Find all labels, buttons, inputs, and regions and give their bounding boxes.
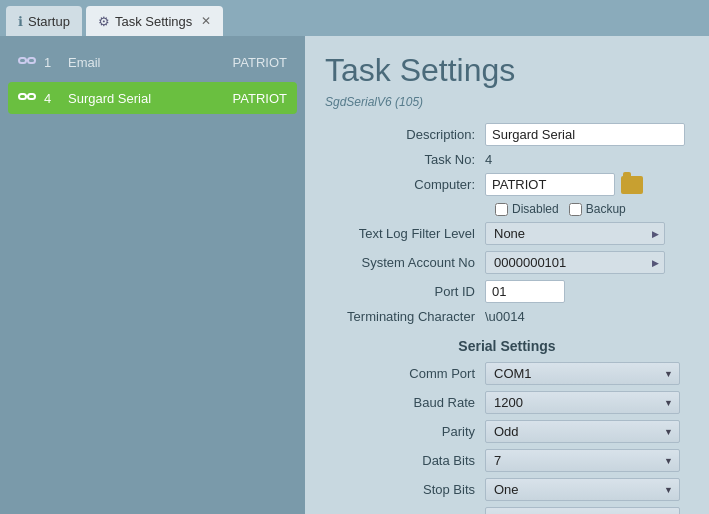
parity-row: Parity Odd: [325, 420, 689, 443]
databits-label: Data Bits: [325, 453, 485, 468]
computer-label: Computer:: [325, 177, 485, 192]
description-input[interactable]: [485, 123, 685, 146]
textlog-label: Text Log Filter Level: [325, 226, 485, 241]
databits-row: Data Bits 7: [325, 449, 689, 472]
link-icon-surgard: [18, 90, 36, 106]
backup-checkbox[interactable]: [569, 203, 582, 216]
parity-select-wrapper: Odd: [485, 420, 680, 443]
baudrate-row: Baud Rate 1200: [325, 391, 689, 414]
textlog-row: Text Log Filter Level None: [325, 222, 689, 245]
tab-startup-label: Startup: [28, 14, 70, 29]
task-num-1: 1: [44, 55, 60, 70]
description-row: Description:: [325, 123, 689, 146]
parity-label: Parity: [325, 424, 485, 439]
sysaccount-dropdown[interactable]: 0000000101: [485, 251, 665, 274]
disabled-checkbox-label[interactable]: Disabled: [495, 202, 559, 216]
stopbits-row: Stop Bits One: [325, 478, 689, 501]
main-content: 1 Email PATRIOT 4 Surgard Serial PATRIOT…: [0, 36, 709, 514]
disabled-checkbox[interactable]: [495, 203, 508, 216]
tab-startup[interactable]: ℹ Startup: [6, 6, 82, 36]
info-icon: ℹ: [18, 14, 23, 29]
tab-bar: ℹ Startup ⚙ Task Settings ✕: [0, 0, 709, 36]
serial-settings-title: Serial Settings: [325, 338, 689, 354]
commport-select-wrapper: COM1: [485, 362, 680, 385]
termchar-row: Terminating Character \u0014: [325, 309, 689, 324]
databits-dropdown[interactable]: 7: [485, 449, 680, 472]
baudrate-dropdown[interactable]: 1200: [485, 391, 680, 414]
sysaccount-dropdown-wrapper: 0000000101: [485, 251, 665, 274]
svg-rect-4: [28, 94, 35, 99]
textlog-dropdown[interactable]: None: [485, 222, 665, 245]
sidebar: 1 Email PATRIOT 4 Surgard Serial PATRIOT: [0, 36, 305, 514]
commport-label: Comm Port: [325, 366, 485, 381]
computer-row: Computer:: [325, 173, 689, 196]
description-label: Description:: [325, 127, 485, 142]
taskno-value: 4: [485, 152, 492, 167]
disabled-label: Disabled: [512, 202, 559, 216]
termchar-label: Terminating Character: [325, 309, 485, 324]
stopbits-select-wrapper: One: [485, 478, 680, 501]
commport-dropdown[interactable]: COM1: [485, 362, 680, 385]
tab-task-settings[interactable]: ⚙ Task Settings ✕: [86, 6, 223, 36]
taskno-row: Task No: 4: [325, 152, 689, 167]
textlog-dropdown-wrapper: None: [485, 222, 665, 245]
computer-input[interactable]: [485, 173, 615, 196]
task-num-4: 4: [44, 91, 60, 106]
subtitle: SgdSerialV6 (105): [325, 95, 689, 109]
computer-input-group: [485, 173, 643, 196]
handshake-row: Handshake None: [325, 507, 689, 514]
tab-task-settings-label: Task Settings: [115, 14, 192, 29]
task-computer-email: PATRIOT: [233, 55, 287, 70]
termchar-value: \u0014: [485, 309, 525, 324]
link-icon-email: [18, 54, 36, 70]
task-item-surgard[interactable]: 4 Surgard Serial PATRIOT: [8, 82, 297, 114]
backup-checkbox-label[interactable]: Backup: [569, 202, 626, 216]
portid-row: Port ID: [325, 280, 689, 303]
page-title: Task Settings: [325, 52, 689, 89]
checkbox-row: Disabled Backup: [495, 202, 689, 216]
stopbits-label: Stop Bits: [325, 482, 485, 497]
tab-close-icon[interactable]: ✕: [201, 14, 211, 28]
parity-dropdown[interactable]: Odd: [485, 420, 680, 443]
svg-rect-3: [19, 94, 26, 99]
baudrate-label: Baud Rate: [325, 395, 485, 410]
taskno-label: Task No:: [325, 152, 485, 167]
stopbits-dropdown[interactable]: One: [485, 478, 680, 501]
databits-select-wrapper: 7: [485, 449, 680, 472]
task-item-email[interactable]: 1 Email PATRIOT: [8, 46, 297, 78]
sysaccount-label: System Account No: [325, 255, 485, 270]
svg-rect-0: [19, 58, 26, 63]
handshake-select-wrapper: None: [485, 507, 680, 514]
task-name-surgard: Surgard Serial: [68, 91, 225, 106]
handshake-dropdown[interactable]: None: [485, 507, 680, 514]
gear-icon: ⚙: [98, 14, 110, 29]
folder-icon[interactable]: [621, 176, 643, 194]
baudrate-select-wrapper: 1200: [485, 391, 680, 414]
right-panel: Task Settings SgdSerialV6 (105) Descript…: [305, 36, 709, 514]
task-computer-surgard: PATRIOT: [233, 91, 287, 106]
commport-row: Comm Port COM1: [325, 362, 689, 385]
portid-label: Port ID: [325, 284, 485, 299]
svg-rect-1: [28, 58, 35, 63]
portid-input[interactable]: [485, 280, 565, 303]
backup-label: Backup: [586, 202, 626, 216]
task-name-email: Email: [68, 55, 225, 70]
sysaccount-row: System Account No 0000000101: [325, 251, 689, 274]
